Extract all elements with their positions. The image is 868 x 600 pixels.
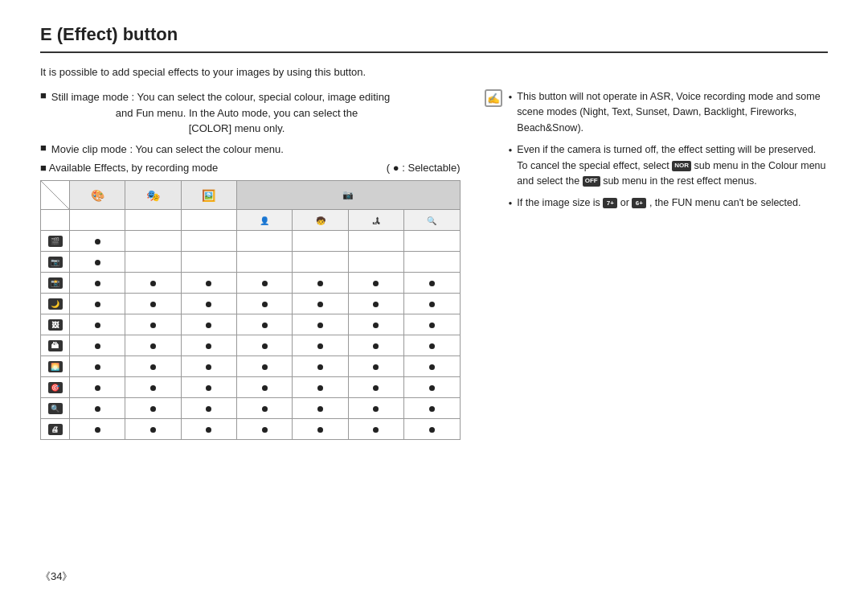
landscape-icon: 🏞 <box>372 216 380 225</box>
row-icon-3: 📸 <box>48 277 63 289</box>
bullet-marker-1: ■ <box>40 89 47 137</box>
note-item-2: Even if the camera is turned off, the ef… <box>509 142 829 189</box>
left-column: ■ Still image mode : You can select the … <box>40 89 461 440</box>
row-icon-4: 🌙 <box>48 298 63 310</box>
page-number: 《34》 <box>40 569 72 584</box>
colour-icon: 🎨 <box>91 189 104 202</box>
col-header-colour: 🎨 <box>70 181 125 210</box>
sub-header-portrait: 👤 <box>237 210 293 231</box>
off-icon: OFF <box>583 176 600 187</box>
col-header-edit: 🖼️ <box>181 181 236 210</box>
row-icon-5: 🖼 <box>48 319 63 331</box>
nor-icon: NOR <box>672 161 691 171</box>
sub-header-children: 🧒 <box>293 210 348 231</box>
sub-header-landscape: 🏞 <box>348 210 403 231</box>
row-icon-movie1: 🎬 <box>48 236 63 247</box>
table-row: 🎯 <box>41 377 461 398</box>
available-effects-label: ■ Available Effects, by recording mode <box>40 162 218 174</box>
col-header-special: 🎭 <box>125 181 181 210</box>
col-header-fun: 📷 <box>237 181 460 210</box>
available-effects-line: ■ Available Effects, by recording mode (… <box>40 162 461 174</box>
row-icon-cell: 🎬 <box>41 231 70 252</box>
row-icon-cell: 📷 <box>41 252 70 273</box>
row-icon-6: 🏔 <box>48 340 63 351</box>
note-icon: ✍ <box>485 89 502 107</box>
row-icon-9: 🔍 <box>48 403 63 414</box>
fun-icon: 📷 <box>342 190 354 199</box>
page-title: E (Effect) button <box>40 24 828 53</box>
table-row: 📸 <box>41 273 461 294</box>
table-row: 🌙 <box>41 294 461 314</box>
row-icon-8: 🎯 <box>48 382 63 393</box>
note-item-1: This button will not operate in ASR, Voi… <box>509 89 829 136</box>
bullet-text-2: Movie clip mode : You can select the col… <box>51 142 284 158</box>
dot <box>95 239 100 245</box>
selectable-legend: ( ● : Selectable) <box>387 162 461 174</box>
table-row: 🌅 <box>41 356 461 377</box>
portrait-icon: 👤 <box>260 216 269 225</box>
image-edit-icon: 🖼️ <box>202 189 215 202</box>
special-colour-icon: 🎭 <box>146 189 160 202</box>
right-column: ✍ This button will not operate in ASR, V… <box>485 89 829 440</box>
children-icon: 🧒 <box>316 216 326 225</box>
row-icon-cam-auto: 📷 <box>48 257 63 268</box>
sub-header-closeup: 🔍 <box>404 210 460 231</box>
size-6-icon: 6+ <box>632 198 646 208</box>
row-icon-10: 🖨 <box>48 424 63 435</box>
table-row: 🖼 <box>41 314 461 335</box>
note-bullet-2: Even if the camera is turned off, the ef… <box>517 142 828 189</box>
dot <box>95 260 100 265</box>
row-icon-7: 🌅 <box>48 361 63 372</box>
bullet-marker-2: ■ <box>40 142 47 158</box>
note-section: ✍ This button will not operate in ASR, V… <box>485 89 829 218</box>
bullet-movie-mode: ■ Movie clip mode : You can select the c… <box>40 142 461 158</box>
note-bullet-1: This button will not operate in ASR, Voi… <box>517 89 828 136</box>
effects-table: 🎨 🎭 🖼️ 📷 <box>40 180 461 440</box>
intro-text: It is possible to add special effects to… <box>40 66 828 78</box>
closeup-icon: 🔍 <box>427 216 436 225</box>
table-row: 🔍 <box>41 398 461 419</box>
table-row: 🏔 <box>41 335 461 356</box>
table-row: 📷 <box>41 252 461 273</box>
note-bullet-3: If the image size is 7+ or 6+ , the FUN … <box>517 195 800 211</box>
bullet-text-1: Still image mode : You can select the co… <box>51 89 390 137</box>
size-7-icon: 7+ <box>603 198 617 208</box>
svg-line-0 <box>41 181 69 209</box>
bullet-still-mode: ■ Still image mode : You can select the … <box>40 89 461 137</box>
table-row: 🖨 <box>41 419 461 440</box>
note-item-3: If the image size is 7+ or 6+ , the FUN … <box>509 195 829 211</box>
note-bullets: This button will not operate in ASR, Voi… <box>509 89 829 218</box>
table-row: 🎬 <box>41 231 461 252</box>
